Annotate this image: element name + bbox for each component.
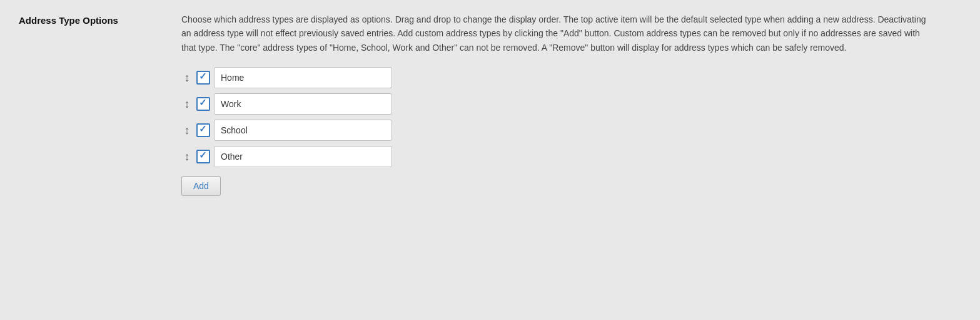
checkbox-work[interactable] — [196, 97, 210, 111]
input-other[interactable] — [214, 146, 392, 167]
address-item-work: ↕ — [181, 93, 932, 115]
settings-row: Address Type Options Choose which addres… — [19, 13, 961, 196]
input-school[interactable] — [214, 120, 392, 141]
drag-handle-work[interactable]: ↕ — [181, 98, 193, 110]
checkbox-school[interactable] — [196, 123, 210, 137]
checkbox-home[interactable] — [196, 71, 210, 85]
settings-content: Choose which address types are displayed… — [181, 13, 932, 196]
address-list: ↕↕↕↕ — [181, 67, 932, 167]
section-description: Choose which address types are displayed… — [181, 13, 932, 54]
section-label: Address Type Options — [19, 13, 156, 26]
checkbox-other[interactable] — [196, 150, 210, 163]
input-home[interactable] — [214, 67, 392, 88]
add-button[interactable]: Add — [181, 176, 221, 196]
address-item-other: ↕ — [181, 146, 932, 167]
address-item-school: ↕ — [181, 120, 932, 141]
drag-handle-other[interactable]: ↕ — [181, 151, 193, 162]
input-work[interactable] — [214, 93, 392, 115]
drag-handle-school[interactable]: ↕ — [181, 125, 193, 136]
address-item-home: ↕ — [181, 67, 932, 88]
drag-handle-home[interactable]: ↕ — [181, 72, 193, 83]
